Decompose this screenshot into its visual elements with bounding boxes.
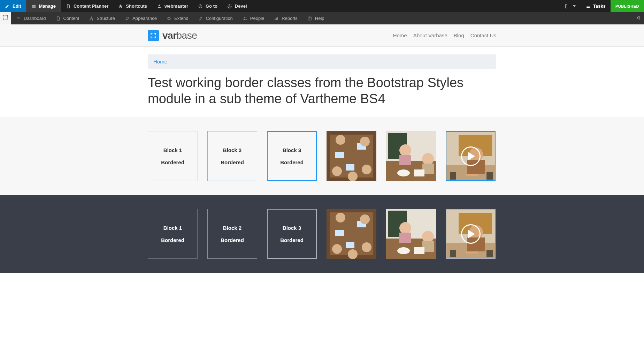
goto-button[interactable]: Go to	[193, 0, 222, 12]
section-light: Block 1 Bordered Block 2 Bordered Block …	[0, 117, 644, 195]
logo-text: varbase	[162, 30, 197, 41]
extend-label: Extend	[174, 16, 188, 21]
site-logo[interactable]: varbase	[148, 30, 197, 41]
image-block-5-light	[386, 131, 436, 181]
svg-rect-15	[3, 16, 8, 20]
content-planner-button[interactable]: Content Planner	[61, 0, 113, 12]
dashboard-link[interactable]: Dashboard	[11, 12, 51, 24]
question-icon	[307, 16, 312, 21]
hierarchy-icon	[89, 16, 94, 21]
nav-home[interactable]: Home	[393, 32, 407, 38]
phone-icon	[564, 4, 569, 9]
meeting-top-photo	[327, 131, 376, 181]
breadcrumb-home[interactable]: Home	[153, 59, 167, 65]
page-title: Test working border classes from the Boo…	[148, 75, 496, 107]
user-button[interactable]: webmaster	[152, 0, 193, 12]
people-label: People	[250, 16, 264, 21]
extend-link[interactable]: Extend	[162, 12, 193, 24]
svg-rect-8	[566, 4, 567, 8]
device-preview-button[interactable]	[559, 0, 581, 12]
svg-rect-23	[276, 17, 277, 20]
configuration-label: Configuration	[206, 16, 233, 21]
target-icon	[198, 4, 203, 9]
collapse-menu-button[interactable]	[633, 12, 644, 24]
tasks-label: Tasks	[593, 3, 606, 9]
block-subtitle: Bordered	[280, 237, 304, 243]
content-link[interactable]: Content	[51, 12, 84, 24]
admin-toolbar: Edit Manage Content Planner Shortcuts we…	[0, 0, 644, 12]
block-subtitle: Bordered	[161, 237, 184, 243]
shortcuts-label: Shortcuts	[126, 3, 147, 9]
user-icon	[157, 4, 162, 9]
edit-button[interactable]: Edit	[0, 0, 26, 12]
nav-blog[interactable]: Blog	[454, 32, 464, 38]
document-icon	[66, 4, 71, 9]
site-header: varbase Home About Varbase Blog Contact …	[0, 24, 644, 47]
block-title: Block 1	[163, 147, 182, 153]
admin-home-button[interactable]	[0, 12, 11, 24]
tasks-button[interactable]: Tasks	[581, 0, 611, 12]
play-icon	[461, 146, 481, 166]
meeting-top-photo	[327, 209, 376, 259]
collapse-icon	[636, 15, 641, 22]
logo-mark-icon	[148, 30, 159, 41]
block-title: Block 2	[223, 147, 242, 153]
bar-chart-icon	[274, 16, 279, 21]
help-link[interactable]: Help	[302, 12, 329, 24]
block-subtitle: Bordered	[221, 237, 244, 243]
svg-point-7	[229, 6, 230, 7]
image-block-4-light	[327, 131, 376, 181]
block-3-dark: Block 3 Bordered	[267, 209, 317, 259]
appearance-label: Appearance	[132, 16, 157, 21]
pencil-icon	[5, 4, 10, 9]
devel-label: Devel	[235, 3, 247, 9]
edit-label: Edit	[13, 3, 21, 9]
reports-link[interactable]: Reports	[269, 12, 302, 24]
svg-point-6	[200, 6, 201, 7]
content-planner-label: Content Planner	[74, 3, 108, 9]
gauge-icon	[16, 16, 21, 21]
configuration-link[interactable]: Configuration	[193, 12, 238, 24]
svg-point-21	[245, 17, 246, 18]
svg-point-5	[199, 5, 202, 8]
shortcuts-button[interactable]: Shortcuts	[113, 0, 152, 12]
video-block-6-dark[interactable]	[446, 209, 496, 259]
goto-label: Go to	[206, 3, 217, 9]
people-link[interactable]: People	[238, 12, 269, 24]
structure-link[interactable]: Structure	[84, 12, 120, 24]
image-block-4-dark	[327, 209, 376, 259]
manage-button[interactable]: Manage	[26, 0, 61, 12]
block-subtitle: Bordered	[221, 159, 244, 165]
svg-marker-3	[119, 4, 123, 8]
gear-icon	[227, 4, 232, 9]
reports-label: Reports	[282, 16, 298, 21]
dashed-square-icon	[3, 15, 8, 22]
puzzle-icon	[167, 16, 171, 21]
nav-about[interactable]: About Varbase	[413, 32, 447, 38]
admin-menu: Dashboard Content Structure Appearance E…	[0, 12, 644, 24]
svg-point-20	[244, 17, 245, 18]
content-label: Content	[63, 16, 79, 21]
hamburger-icon	[31, 4, 36, 9]
block-1-light: Block 1 Bordered	[148, 131, 198, 181]
published-badge[interactable]: PUBLISHED	[611, 0, 644, 12]
paint-icon	[125, 16, 130, 21]
manage-label: Manage	[39, 3, 56, 9]
image-block-5-dark	[386, 209, 436, 259]
meeting-side-photo	[386, 209, 436, 259]
dashboard-label: Dashboard	[24, 16, 46, 21]
video-block-6-light[interactable]	[446, 131, 496, 181]
block-title: Block 3	[283, 147, 301, 153]
block-subtitle: Bordered	[161, 159, 184, 165]
nav-contact[interactable]: Contact Us	[470, 32, 496, 38]
breadcrumb: Home	[148, 54, 496, 69]
appearance-link[interactable]: Appearance	[120, 12, 162, 24]
meeting-side-photo	[386, 131, 436, 181]
block-subtitle: Bordered	[280, 159, 304, 165]
chevron-down-icon	[573, 5, 576, 7]
devel-button[interactable]: Devel	[222, 0, 252, 12]
people-icon	[243, 16, 247, 21]
star-icon	[118, 4, 123, 9]
svg-rect-24	[277, 17, 278, 20]
section-dark: Block 1 Bordered Block 2 Bordered Block …	[0, 195, 644, 273]
